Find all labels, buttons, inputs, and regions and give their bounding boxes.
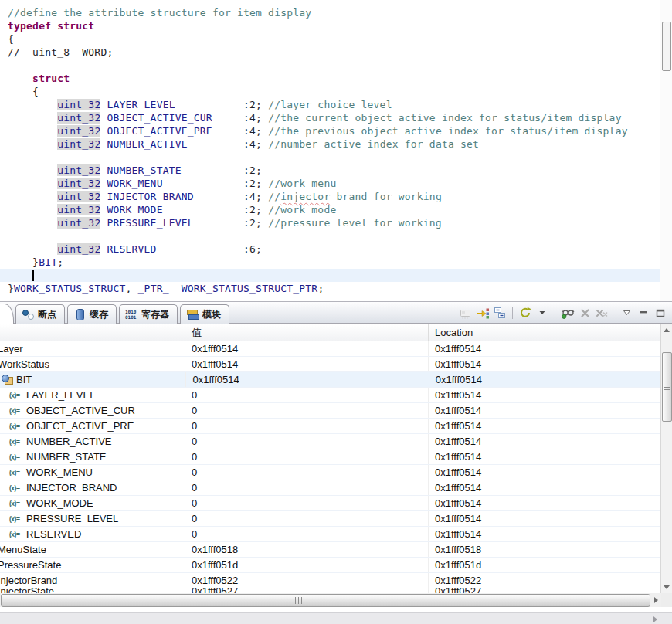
- collapsed-scroll-arrow-icon: [652, 616, 660, 623]
- ide-window: //define the attribute structure for ite…: [0, 0, 672, 624]
- variable-icon: (x)=: [9, 422, 25, 430]
- memory-icon: [73, 308, 87, 320]
- show-logical-structure-icon[interactable]: [476, 306, 490, 320]
- scroll-right-arrow-icon[interactable]: [650, 594, 661, 606]
- code-line: uint_32 RESERVED :6;: [8, 242, 660, 256]
- table-row[interactable]: InjectorBrand0x1fff05220x1fff0522: [0, 573, 660, 588]
- table-scrollbar-thumb[interactable]: [662, 352, 672, 422]
- variable-location-cell: 0x1fff0514: [429, 480, 660, 495]
- text-cursor: [32, 270, 34, 281]
- table-row[interactable]: (x)=WORK_MODE00x1fff0514: [0, 496, 660, 511]
- table-row[interactable]: (x)=RESERVED00x1fff0514: [0, 527, 660, 542]
- table-row[interactable]: Layer0x1fff05140x1fff0514: [0, 341, 660, 357]
- registers-icon: 10100101: [125, 308, 138, 320]
- variable-value-cell: 0: [185, 480, 429, 495]
- tab-breakpoints[interactable]: 断点: [15, 304, 65, 324]
- table-row[interactable]: (x)=INJECTOR_BRAND00x1fff0514: [0, 480, 660, 496]
- column-header[interactable]: Location: [429, 324, 660, 341]
- variable-name-cell: (x)=PRESSURE_LEVEL: [0, 511, 185, 526]
- table-row[interactable]: PressureState0x1fff051d0x1fff051d: [0, 558, 660, 573]
- code-editor[interactable]: //define the attribute structure for ite…: [0, 0, 672, 301]
- minimize-view-icon[interactable]: [636, 306, 650, 320]
- table-vertical-scrollbar[interactable]: [660, 324, 672, 593]
- tab-cache[interactable]: 缓存: [67, 304, 117, 324]
- table-row[interactable]: (x)=OBJECT_ACTIVE_CUR00x1fff0514: [0, 403, 660, 419]
- scroll-up-arrow-icon[interactable]: [661, 324, 672, 337]
- table-row[interactable]: (x)=PRESSURE_LEVEL00x1fff0514: [0, 511, 660, 527]
- variable-name-cell: (x)=INJECTOR_BRAND: [0, 480, 185, 495]
- view-menu-icon[interactable]: [619, 306, 633, 320]
- variable-name: WorkStatus: [0, 358, 49, 370]
- table-row[interactable]: (x)=OBJECT_ACTIVE_PRE00x1fff0514: [0, 419, 660, 434]
- variable-location-cell: 0x1fff0514: [429, 449, 660, 464]
- tab-modules[interactable]: 模块: [180, 304, 229, 324]
- table-row[interactable]: (x)=WORK_MENU00x1fff0514: [0, 465, 660, 480]
- code-line: uint_32 LAYER_LEVEL :2; //layer choice l…: [8, 98, 660, 111]
- variable-value-cell: 0: [185, 403, 429, 418]
- variable-name: PressureState: [0, 559, 61, 571]
- variable-value-cell: 0: [185, 465, 429, 480]
- refresh-dropdown-arrow-icon[interactable]: [535, 306, 549, 320]
- variable-name: OBJECT_ACTIVE_CUR: [26, 405, 135, 416]
- modules-icon: [186, 308, 199, 320]
- add-watchpoint-icon[interactable]: [561, 306, 575, 320]
- toolbar-separator: [555, 307, 555, 319]
- variable-icon: (x)=: [9, 515, 25, 523]
- variable-icon: (x)=: [9, 438, 25, 446]
- breakpoints-icon: [22, 308, 35, 320]
- variable-value-cell: 0: [185, 419, 429, 433]
- variable-location-cell: 0x1fff0514: [429, 357, 660, 371]
- collapse-all-icon[interactable]: [493, 306, 507, 320]
- table-row[interactable]: (x)=NUMBER_STATE00x1fff0514: [0, 449, 660, 465]
- variable-location-cell: 0x1fff0514: [429, 465, 660, 480]
- remove-selected-icon[interactable]: [578, 306, 592, 320]
- panel-tabs: 断点缓存10100101寄存器模块: [15, 304, 232, 324]
- variable-name-cell: (x)=WORK_MODE: [0, 496, 185, 510]
- editor-scrollbar-thumb[interactable]: [662, 22, 671, 71]
- code-line: [8, 229, 660, 242]
- table-row[interactable]: (x)=NUMBER_ACTIVE00x1fff0514: [0, 434, 660, 449]
- variable-location-cell: 0x1fff0514: [429, 511, 660, 526]
- scroll-down-arrow-icon[interactable]: [661, 581, 672, 593]
- variable-icon: (x)=: [9, 392, 25, 399]
- code-line: uint_32 INJECTOR_BRAND :4; //injector br…: [8, 190, 660, 203]
- table-horizontal-scrollbar[interactable]: [0, 593, 661, 607]
- variable-name-cell: MenuState: [0, 542, 185, 557]
- tab-variables-partial[interactable]: [0, 304, 14, 325]
- maximize-view-icon[interactable]: [653, 306, 667, 320]
- column-header[interactable]: 值: [185, 324, 429, 341]
- struct-icon: [2, 375, 13, 385]
- variable-name: OBJECT_ACTIVE_PRE: [26, 420, 134, 432]
- table-row[interactable]: MenuState0x1fff05180x1fff0518: [0, 542, 660, 558]
- table-row[interactable]: WorkStatus0x1fff05140x1fff0514: [0, 357, 660, 372]
- variable-name-cell: (x)=OBJECT_ACTIVE_PRE: [0, 419, 185, 433]
- variable-name-cell: WorkStatus: [0, 357, 185, 371]
- variable-name: NUMBER_STATE: [26, 451, 107, 463]
- column-header[interactable]: [0, 324, 185, 341]
- remove-all-icon[interactable]: [595, 306, 609, 320]
- show-detail-pane-icon[interactable]: [459, 306, 473, 320]
- variable-name-cell: (x)=LAYER_LEVEL: [0, 388, 185, 402]
- variable-location-cell: 0x1fff051d: [429, 558, 660, 572]
- code-area[interactable]: //define the attribute structure for ite…: [8, 6, 660, 295]
- table-row[interactable]: BIT0x1fff05140x1fff0514: [0, 372, 660, 388]
- variable-name-cell: Layer: [0, 341, 185, 356]
- variable-name-cell: (x)=NUMBER_ACTIVE: [0, 434, 185, 449]
- code-line: uint_32 OBJECT_ACTIVE_PRE :4; //the prev…: [8, 124, 660, 137]
- variable-name-cell: (x)=RESERVED: [0, 527, 185, 541]
- table-row[interactable]: (x)=LAYER_LEVEL00x1fff0514: [0, 388, 660, 403]
- refresh-icon[interactable]: [518, 306, 532, 320]
- editor-vertical-scrollbar[interactable]: [660, 0, 672, 301]
- code-line: }BIT;: [8, 256, 660, 269]
- variable-name: INJECTOR_BRAND: [26, 482, 117, 493]
- tab-registers[interactable]: 10100101寄存器: [119, 304, 178, 324]
- horizontal-scrollbar-thumb[interactable]: [1, 594, 650, 607]
- variable-name-cell: (x)=WORK_MENU: [0, 465, 185, 480]
- variable-location-cell: 0x1fff0514: [429, 341, 660, 356]
- code-line: uint_32 WORK_MODE :2; //work mode: [8, 203, 660, 216]
- code-line: [8, 59, 660, 72]
- variable-location-cell: 0x1fff0514: [429, 403, 660, 418]
- variable-name-cell: PressureState: [0, 558, 185, 572]
- tab-label: 缓存: [90, 308, 108, 321]
- code-line: uint_32 WORK_MENU :2; //work menu: [8, 177, 660, 190]
